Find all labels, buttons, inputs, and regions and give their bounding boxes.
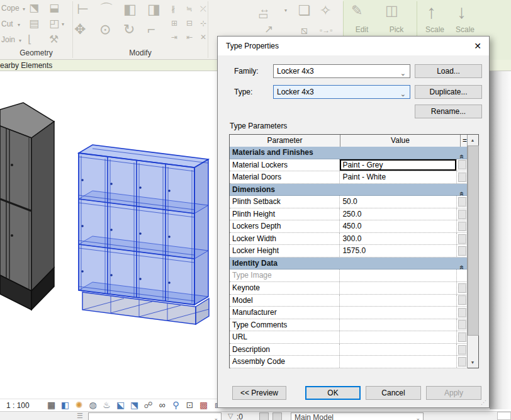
filter-icon[interactable]: ▽	[228, 412, 233, 420]
copy-icon[interactable]: ⊙	[99, 23, 111, 37]
duplicate-button[interactable]: Duplicate...	[415, 85, 482, 99]
parameter-value-field[interactable]	[340, 344, 456, 356]
associate-parameter-button[interactable]	[458, 246, 466, 256]
collapse-chevron-icon[interactable]: »	[457, 257, 466, 270]
parameter-value-field[interactable]: 300.0	[340, 233, 456, 245]
mirror-pick-axis-icon[interactable]: ◧	[123, 3, 137, 16]
parameter-column-header[interactable]: Parameter	[230, 135, 340, 147]
parameter-value-field[interactable]	[340, 270, 456, 281]
scale-down-icon[interactable]: ↓	[457, 3, 466, 21]
associate-parameter-button[interactable]	[458, 345, 466, 355]
locked-3d-view-icon[interactable]: ☍	[143, 400, 153, 410]
parameter-value-field[interactable]: Paint - Grey	[340, 159, 456, 171]
pick-host-icon[interactable]: ◫	[385, 4, 398, 18]
scroll-up-icon[interactable]: ▲	[468, 135, 478, 145]
close-icon[interactable]: ✕	[466, 37, 489, 55]
associate-parameter-button[interactable]	[458, 197, 466, 207]
edit-button[interactable]: Edit	[343, 25, 381, 34]
shadows-icon[interactable]: ◍	[88, 400, 98, 410]
resize-grip[interactable]: ⋰	[481, 399, 487, 406]
measure-between-refs-icon[interactable]: ↗	[264, 24, 273, 35]
offset-icon[interactable]: ⌒	[99, 3, 113, 16]
preview-button[interactable]: << Preview	[232, 386, 286, 400]
associate-parameter-button[interactable]	[458, 234, 466, 244]
create-similar-icon[interactable]: ✧	[320, 4, 331, 18]
table-scrollbar[interactable]: ▲ ▼	[467, 135, 478, 368]
associate-parameter-button[interactable]	[458, 173, 466, 182]
measure-ruler-icon[interactable]: ▭	[258, 10, 268, 21]
split-with-gap-icon[interactable]: ≒	[186, 5, 193, 13]
active-workset-combobox[interactable]: Main Model ⌄	[291, 412, 424, 420]
parameter-value-field[interactable]	[340, 356, 456, 368]
trim-extend-single-icon[interactable]: ⇥	[171, 33, 177, 41]
scale-tool-icon[interactable]: ⊟	[186, 20, 193, 27]
create-group-icon[interactable]: ❏	[298, 4, 311, 18]
cope-dropdown-icon[interactable]: ▾	[23, 6, 25, 12]
temporary-hide-isolate-icon[interactable]: ∞	[157, 400, 167, 410]
locker-element-selected[interactable]	[79, 145, 209, 324]
apply-button[interactable]: Apply	[426, 386, 481, 400]
unpin-icon[interactable]: ⤫	[200, 5, 206, 13]
visual-style-icon[interactable]: ◧	[60, 400, 70, 410]
collapse-chevron-icon[interactable]: »	[457, 183, 466, 196]
associate-parameter-button[interactable]	[458, 283, 466, 293]
edit-family-icon[interactable]: ✎	[351, 4, 362, 18]
split-element-icon[interactable]: ∦	[171, 5, 175, 13]
cut-button[interactable]: Cut	[1, 20, 13, 28]
parameter-value-field[interactable]	[340, 331, 456, 343]
scale-down-button[interactable]: Scale	[447, 25, 483, 34]
beam-join-icon[interactable]: ⌊	[28, 34, 32, 45]
design-option-combobox[interactable]: ⌄	[88, 412, 222, 420]
crop-region-visibility-icon[interactable]: ⬔	[130, 400, 139, 410]
measure-dropdown-icon[interactable]: ▾	[284, 8, 287, 13]
locker-element-grey[interactable]	[0, 103, 54, 310]
parameter-value-field[interactable]	[340, 282, 456, 294]
join-button[interactable]: Join	[1, 35, 15, 44]
value-column-header[interactable]: Value	[340, 135, 461, 147]
load-button[interactable]: Load...	[415, 64, 482, 78]
create-assembly-icon[interactable]: ⧅	[301, 25, 308, 36]
parameter-value-field[interactable]: 50.0	[340, 196, 456, 208]
parameter-value-field[interactable]	[340, 319, 456, 331]
demolish-icon[interactable]: ⚒	[49, 34, 59, 45]
parameter-value-field[interactable]	[340, 295, 456, 307]
move-icon[interactable]: ✥	[74, 23, 86, 37]
cut-geometry-icon[interactable]: ⬔	[29, 3, 39, 13]
pick-new-host-icon[interactable]: ▫→▫	[320, 26, 333, 34]
parameter-section-row[interactable]: Materials and Finishes»	[230, 147, 468, 159]
join-dropdown-icon[interactable]: ▾	[19, 38, 21, 43]
parameter-section-row[interactable]: Identity Data»	[230, 258, 468, 270]
uncut-dropdown-icon[interactable]: ▾	[62, 21, 64, 27]
parameter-value-field[interactable]: Paint - White	[340, 171, 456, 183]
parameter-value-field[interactable]: 1575.0	[340, 245, 456, 257]
collapse-chevron-icon[interactable]: »	[457, 147, 466, 159]
type-combobox[interactable]: Locker 4x3 ⌄	[273, 85, 410, 99]
crop-view-icon[interactable]: ⬕	[116, 400, 125, 410]
cut-profile-icon[interactable]: ▤	[29, 18, 39, 29]
scroll-down-icon[interactable]: ▼	[468, 357, 478, 368]
scale-up-icon[interactable]: ↑	[427, 3, 436, 21]
trim-extend-multiple-icon[interactable]: ⇤	[186, 33, 193, 41]
parameter-section-row[interactable]: Dimensions»	[230, 184, 468, 196]
parameter-value-field[interactable]	[340, 307, 456, 319]
rename-button[interactable]: Rename...	[415, 105, 482, 118]
family-combobox[interactable]: Locker 4x3 ⌄	[273, 64, 410, 78]
associate-parameter-button[interactable]	[458, 332, 466, 342]
select-toggle-button[interactable]	[259, 412, 269, 420]
trim-extend-corner-icon[interactable]: ⌐	[147, 23, 155, 37]
sun-path-icon[interactable]: ✺	[74, 400, 84, 410]
ok-button[interactable]: OK	[305, 386, 361, 400]
cancel-button[interactable]: Cancel	[366, 386, 421, 400]
rotate-icon[interactable]: ↻	[123, 23, 135, 37]
cut-dropdown-icon[interactable]: ▾	[18, 22, 20, 28]
associate-parameter-button[interactable]	[458, 308, 466, 317]
cope-button[interactable]: Cope	[1, 4, 20, 13]
reveal-hidden-elements-icon[interactable]: ⚲	[171, 400, 181, 410]
uncut-icon[interactable]: ◰	[49, 18, 59, 29]
rendering-icon[interactable]: ♨	[102, 400, 111, 410]
detail-level-icon[interactable]: ▦	[47, 400, 56, 410]
associate-parameter-button[interactable]	[458, 357, 466, 366]
editing-requests-icon[interactable]: ☰	[77, 412, 83, 420]
parameter-value-field[interactable]: 250.0	[340, 208, 456, 220]
scrollbar-thumb[interactable]	[468, 145, 479, 336]
